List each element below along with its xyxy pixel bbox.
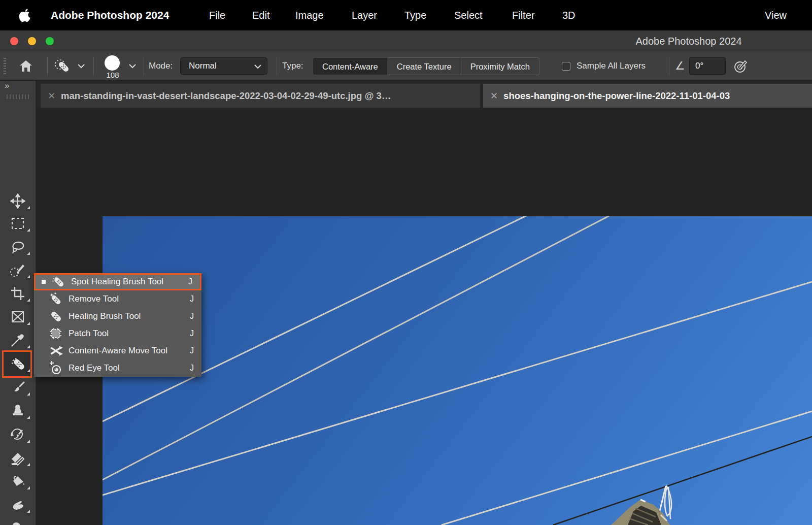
flyout-item-healing-brush[interactable]: Healing Brush Tool J [34, 308, 201, 325]
flyout-item-shortcut: J [190, 294, 194, 304]
zoom-window-button[interactable] [46, 37, 54, 45]
close-icon[interactable]: ✕ [48, 90, 55, 102]
menu-view[interactable]: View [765, 0, 787, 30]
sample-all-layers-checkbox[interactable] [562, 62, 570, 71]
window-title-bar: Adobe Photoshop 2024 [0, 30, 812, 52]
dodge-tool[interactable] [0, 516, 36, 525]
power-lines-and-shoe [103, 216, 812, 525]
menu-select[interactable]: Select [454, 0, 483, 30]
object-selection-tool[interactable] [0, 258, 36, 282]
flyout-item-shortcut: J [190, 364, 194, 373]
brush-preview[interactable] [105, 55, 120, 71]
flyout-item-shortcut: J [188, 277, 192, 286]
flyout-item-label: Spot Healing Brush Tool [71, 277, 163, 287]
flyout-item-content-aware-move[interactable]: Content-Aware Move Tool J [34, 342, 201, 359]
chevron-down-icon[interactable] [77, 63, 85, 69]
history-brush-tool[interactable] [0, 423, 36, 446]
tools-panel: » [0, 81, 36, 525]
move-tool[interactable] [0, 189, 36, 213]
mode-dropdown[interactable]: Normal [180, 57, 267, 75]
type-label: Type: [282, 52, 303, 80]
spot-healing-brush-icon [50, 275, 65, 289]
close-icon[interactable]: ✕ [490, 90, 498, 102]
close-window-button[interactable] [10, 37, 18, 45]
remove-tool-icon [49, 292, 63, 306]
crop-tool[interactable] [0, 282, 36, 305]
separator [93, 57, 94, 76]
flyout-item-label: Remove Tool [69, 294, 119, 304]
flyout-item-shortcut: J [190, 346, 194, 355]
healing-tools-flyout-menu: Spot Healing Brush Tool J Remove Tool J … [34, 273, 201, 377]
menu-3d[interactable]: 3D [562, 0, 576, 30]
flyout-item-label: Red Eye Tool [69, 363, 120, 373]
tool-preset-bandaid-icon[interactable] [53, 58, 73, 75]
separator [277, 57, 277, 76]
document-tab-bar: ✕ man-standing-in-vast-desert-landscape-… [0, 81, 812, 108]
proximity-match-button[interactable]: Proximity Match [461, 57, 539, 75]
chevron-down-icon [254, 64, 262, 69]
collapse-panel-icon[interactable]: » [5, 81, 10, 91]
smudge-tool[interactable] [0, 493, 36, 516]
flyout-item-label: Content-Aware Move Tool [69, 346, 167, 356]
menu-layer[interactable]: Layer [352, 0, 377, 30]
pressure-pen-icon[interactable] [733, 59, 748, 74]
separator [144, 57, 144, 76]
tab-man-standing-desert[interactable]: ✕ man-standing-in-vast-desert-landscape-… [41, 84, 480, 108]
options-bar-grip[interactable] [4, 58, 6, 75]
type-button-group: Content-Aware Create Texture Proximity M… [313, 57, 539, 75]
mode-value: Normal [189, 61, 217, 71]
toolbar-grip[interactable] [7, 94, 29, 99]
menu-filter[interactable]: Filter [512, 0, 534, 30]
frame-tool[interactable] [0, 305, 36, 329]
photo-canvas[interactable] [103, 216, 812, 525]
brush-size-value: 108 [99, 71, 126, 79]
eyedropper-tool[interactable] [0, 329, 36, 352]
content-aware-move-icon [49, 344, 63, 358]
separator [47, 57, 48, 76]
eraser-tool[interactable] [0, 446, 36, 470]
macos-menu-bar: Adobe Photoshop 2024 File Edit Image Lay… [0, 0, 812, 30]
create-texture-button[interactable]: Create Texture [388, 57, 461, 75]
patch-tool-icon [49, 326, 63, 341]
menu-file[interactable]: File [209, 0, 225, 30]
apple-menu-icon[interactable] [19, 8, 31, 22]
chevron-down-icon[interactable] [128, 63, 137, 69]
window-title: Adobe Photoshop 2024 [623, 30, 755, 52]
minimize-window-button[interactable] [28, 37, 36, 45]
flyout-item-spot-healing-brush[interactable]: Spot Healing Brush Tool J [34, 273, 201, 290]
lasso-tool[interactable] [0, 235, 36, 258]
menu-image[interactable]: Image [295, 0, 324, 30]
current-tool-bullet [42, 280, 46, 284]
spot-healing-brush-tool[interactable] [0, 352, 36, 376]
brush-tool[interactable] [0, 376, 36, 399]
flyout-item-shortcut: J [190, 329, 194, 338]
healing-brush-icon [49, 309, 63, 323]
tab-label: man-standing-in-vast-desert-landscape-20… [61, 90, 391, 102]
flyout-item-red-eye-tool[interactable]: Red Eye Tool J [34, 359, 201, 377]
sample-all-layers-label: Sample All Layers [577, 52, 646, 80]
red-eye-tool-icon [49, 361, 63, 375]
angle-icon: ∠ [675, 52, 685, 80]
mode-label: Mode: [149, 52, 173, 80]
tab-label: shoes-hanging-on-the-power-line-2022-11-… [503, 90, 730, 102]
clone-stamp-tool[interactable] [0, 399, 36, 422]
tab-shoes-power-line[interactable]: ✕ shoes-hanging-on-the-power-line-2022-1… [483, 84, 812, 108]
flyout-item-patch-tool[interactable]: Patch Tool J [34, 325, 201, 342]
flyout-item-remove-tool[interactable]: Remove Tool J [34, 290, 201, 308]
app-name[interactable]: Adobe Photoshop 2024 [51, 0, 169, 30]
rectangular-marquee-tool[interactable] [0, 212, 36, 235]
gradient-tool[interactable] [0, 470, 36, 493]
flyout-item-shortcut: J [190, 312, 194, 321]
tool-options-bar: 108 Mode: Normal Type: Content-Aware Cre… [0, 52, 812, 80]
separator [669, 57, 669, 76]
home-icon[interactable] [18, 58, 33, 74]
flyout-item-label: Patch Tool [69, 329, 109, 339]
menu-type[interactable]: Type [404, 0, 426, 30]
angle-input[interactable]: 0° [689, 57, 726, 75]
menu-edit[interactable]: Edit [252, 0, 269, 30]
flyout-item-label: Healing Brush Tool [69, 311, 141, 321]
content-aware-button[interactable]: Content-Aware [313, 57, 388, 75]
